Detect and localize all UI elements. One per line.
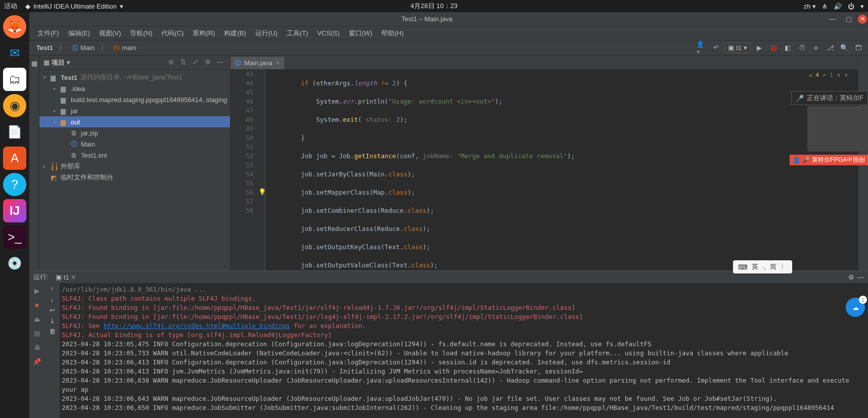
print-button[interactable]: 🖶 xyxy=(31,342,42,353)
stop-button[interactable]: ■ xyxy=(31,299,42,310)
code-editor[interactable]: ⚠ 4 ✔ 1 ∧ ∨ 43444546 47484950 51525354 5… xyxy=(231,70,858,270)
stop-button[interactable]: ■ xyxy=(810,42,821,54)
code-content[interactable]: if (otherArgs.length != 2) { System.err.… xyxy=(265,70,858,270)
menu-vcs[interactable]: VCS(S) xyxy=(313,27,343,39)
breadcrumb-class[interactable]: Ⓒ Main xyxy=(69,42,98,54)
console-line: 2023-04-28 10:23:06,638 WARN mapreduce.J… xyxy=(62,376,866,394)
menu-file[interactable]: 文件(F) xyxy=(33,27,63,40)
expand-all-icon[interactable]: ⇅ xyxy=(180,58,190,67)
run-tab[interactable]: ▣ t1 ✕ xyxy=(53,272,80,282)
close-icon[interactable]: ✕ xyxy=(71,273,76,281)
tree-file-jarzip[interactable]: 🗎 jar.zip xyxy=(39,127,230,138)
dock-intellij[interactable]: IJ xyxy=(3,199,26,222)
ime-indicator[interactable]: ⌨ 英 ·, 简 〉 xyxy=(733,260,792,273)
editor-inspection-status[interactable]: ⚠ 4 ✔ 1 ∧ ∨ xyxy=(809,72,848,78)
maximize-button[interactable]: ▢ xyxy=(842,14,856,24)
menu-tools[interactable]: 工具(T) xyxy=(283,27,312,40)
system-clock[interactable]: 4月28日 10：23 xyxy=(410,2,458,11)
close-tab-icon[interactable]: ✕ xyxy=(276,60,280,66)
app-menu[interactable]: ◆ IntelliJ IDEA Ultimate Edition ▾ xyxy=(25,3,123,10)
dock-libreoffice[interactable]: 📄 xyxy=(3,120,26,144)
close-button[interactable]: ✕ xyxy=(858,15,867,24)
menu-window[interactable]: 窗口(W) xyxy=(345,27,377,40)
dock-rhythmbox[interactable]: ◉ xyxy=(3,94,26,117)
dock-disc[interactable]: 💿 xyxy=(3,252,26,275)
folder-icon: ▆ xyxy=(61,107,69,115)
dock-help[interactable]: ? xyxy=(3,173,26,196)
dock-software[interactable]: A xyxy=(3,147,26,170)
tree-folder-staging[interactable]: ▆ build.test.mapred.staging.ppqppl164895… xyxy=(39,94,230,105)
tree-root[interactable]: ▾ ▆ Test1 源代码根目录, ~/HBase_java/Test1 xyxy=(39,72,230,83)
menu-edit[interactable]: 编辑(E) xyxy=(64,27,94,40)
exit-button[interactable]: ⏏ xyxy=(31,313,42,324)
menu-view[interactable]: 视图(V) xyxy=(95,27,125,40)
input-lang[interactable]: zh ▾ xyxy=(804,3,816,10)
menu-navigate[interactable]: 导航(N) xyxy=(126,27,156,40)
network-icon[interactable]: ⋔ xyxy=(822,3,828,10)
breadcrumb-method[interactable]: ⓜ main xyxy=(110,42,139,54)
keyboard-icon: ⌨ xyxy=(738,263,748,271)
menu-run[interactable]: 运行(U) xyxy=(251,27,282,40)
menu-code[interactable]: 代码(C) xyxy=(157,27,188,40)
cloud-sync-badge[interactable]: ☁ 1 xyxy=(846,298,865,317)
tree-file-main[interactable]: Ⓒ Main xyxy=(39,138,230,150)
user-icon: 👤 xyxy=(793,157,800,164)
tree-folder-jar[interactable]: ▸ ▆ jar xyxy=(39,105,230,116)
gear-icon[interactable]: ⚙ xyxy=(205,58,214,67)
menu-help[interactable]: 帮助(H) xyxy=(377,27,407,40)
collapse-all-icon[interactable]: ⤢ xyxy=(193,58,202,67)
coverage-button[interactable]: ◧ xyxy=(782,42,793,54)
dock-terminal[interactable]: >_ xyxy=(3,225,26,249)
down-icon[interactable]: ∨ xyxy=(844,72,848,78)
run-configuration-selector[interactable]: ▣ t1 ▾ xyxy=(724,42,751,53)
up-icon[interactable]: ∧ xyxy=(837,72,841,78)
dock-firefox[interactable]: 🦊 xyxy=(3,15,26,38)
rerun-button[interactable]: ▶ xyxy=(31,285,42,296)
tree-label: build.test.mapred.staging.ppqppl16489564… xyxy=(71,96,227,104)
tree-folder-out[interactable]: ▸ ▆ out xyxy=(39,116,230,127)
git-button[interactable]: ⎇ xyxy=(825,42,836,54)
minimize-button[interactable]: — xyxy=(826,14,840,24)
locate-icon[interactable]: ⊕ xyxy=(168,58,177,67)
tree-scratches[interactable]: ◩ 临时文件和控制台 xyxy=(39,172,230,183)
tree-external-libs[interactable]: ▸ ╽╽ 外部库 xyxy=(39,161,230,172)
menu-refactor[interactable]: 重构(R) xyxy=(189,27,219,40)
add-user-icon[interactable]: 👤+ xyxy=(696,42,707,54)
breadcrumb-root[interactable]: Test1 xyxy=(33,43,56,53)
power-icon[interactable]: ⏻ xyxy=(848,3,854,10)
pin-button[interactable]: 📌 xyxy=(31,356,42,367)
settings-icon[interactable]: 🗔 xyxy=(853,42,864,54)
rail-project-icon[interactable]: ▦ xyxy=(31,60,37,67)
tree-folder-idea[interactable]: ▸ ▆ .idea xyxy=(39,83,230,94)
lightbulb-icon[interactable]: 💡 xyxy=(258,188,265,196)
intellij-icon: ◆ xyxy=(25,3,30,10)
soft-wrap-icon[interactable]: ↩ xyxy=(50,306,55,314)
volume-icon[interactable]: 🔊 xyxy=(834,3,842,10)
console-line: 2023-04-28 10:23:06,413 INFO Configurati… xyxy=(62,358,866,367)
menu-build[interactable]: 构建(B) xyxy=(220,27,250,40)
gear-icon[interactable]: ⚙ xyxy=(848,273,854,281)
run-button[interactable]: ▶ xyxy=(754,42,765,54)
scroll-end-icon[interactable]: ⤓ xyxy=(50,317,55,324)
down-stack-icon[interactable]: ↓ xyxy=(51,296,54,303)
console-output[interactable]: /usr/lib/jvm/jdk1.8.0_361/bin/java ... S… xyxy=(60,283,868,418)
console-link[interactable]: http://www.slf4j.org/codes.html#multiple… xyxy=(104,322,290,330)
hide-icon[interactable]: — xyxy=(217,58,226,67)
dock-files[interactable]: 🗂 xyxy=(3,68,26,91)
search-icon[interactable]: 🔍 xyxy=(839,42,850,54)
profile-button[interactable]: ⏱ xyxy=(796,42,807,54)
up-stack-icon[interactable]: ↑ xyxy=(51,285,54,293)
tree-file-iml[interactable]: 🗎 Test1.iml xyxy=(39,150,230,161)
back-arrow-icon[interactable]: ↶ xyxy=(710,42,721,54)
layout-button[interactable]: ▤ xyxy=(31,328,42,339)
chevron-down-icon[interactable]: ▾ xyxy=(67,59,70,66)
clear-icon[interactable]: 🗑 xyxy=(49,328,56,335)
hide-icon[interactable]: — xyxy=(857,273,864,281)
run-toolbar-primary: ▶ ■ ⏏ ▤ 🖶 📌 xyxy=(29,283,44,418)
chevron-right-icon: 〉 xyxy=(56,42,69,54)
dock-thunderbird[interactable]: ✉ xyxy=(3,41,26,65)
tree-label: Main xyxy=(81,141,95,148)
debug-button[interactable]: 🐞 xyxy=(768,42,779,54)
editor-tab-main[interactable]: Ⓒ Main.java ✕ xyxy=(231,56,284,69)
activities-button[interactable]: 活动 xyxy=(4,2,17,11)
